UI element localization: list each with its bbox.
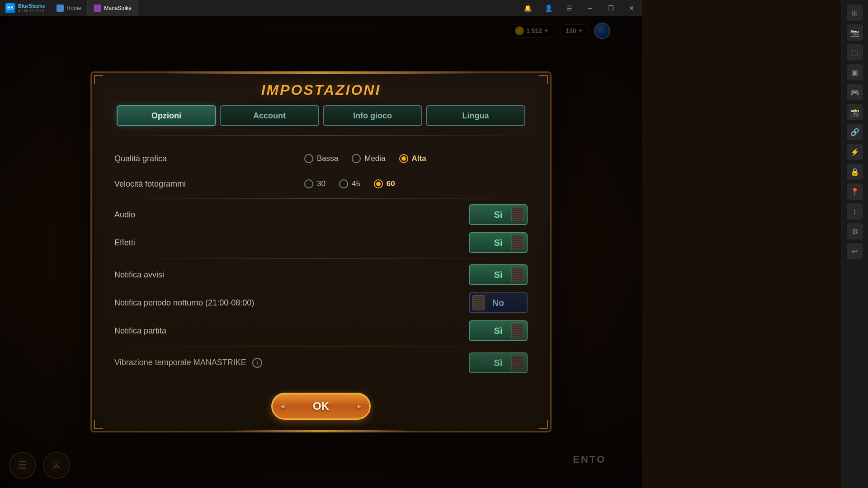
fps-30-option[interactable]: 30 [304,179,326,188]
right-sidebar: ⊞ 📷 ⬚ ▣ 🎮 📸 🔗 ⚡ 🔒 📍 ↕ ⚙ ↩ [841,0,868,488]
separator-3 [114,347,528,347]
dialog-title: IMPOSTAZIONI [261,82,381,98]
sidebar-tool-10[interactable]: 📍 [847,183,863,200]
effects-row: Effetti Sì [114,229,528,257]
vibration-value: Sì [494,358,503,368]
tab-account[interactable]: Account [220,105,319,126]
audio-toggle[interactable]: Sì [469,204,528,225]
bs-app-name: BlueStacks [18,3,45,9]
tab-lingua-label: Lingua [462,111,489,121]
bluestacks-logo: BS BlueStacks 4.160.10.1119 [0,3,50,13]
frame-rate-row: Velocità fotogrammi 30 45 60 [114,171,528,197]
fps-30-radio[interactable] [304,179,313,188]
sidebar-tool-4[interactable]: ▣ [847,64,863,80]
fps-45-option[interactable]: 45 [339,179,360,188]
close-btn[interactable]: ✕ [621,0,642,16]
minimize-btn[interactable]: ─ [580,0,600,16]
frame-rate-controls: 30 45 60 [304,179,528,188]
vibration-controls: Sì [304,352,528,373]
separator-2 [114,258,528,259]
effects-toggle-value: Sì [494,238,503,248]
fps-60-radio[interactable] [374,179,383,188]
dialog-content: Qualità grafica Bassa Media Alta [92,139,550,384]
graphics-alta-label: Alta [412,154,426,163]
notify-night-toggle[interactable]: No [469,292,528,313]
notify-night-value: No [492,298,505,308]
audio-label: Audio [114,210,304,220]
home-tab-label: Home [66,5,81,11]
vibration-toggle[interactable]: Sì [469,352,528,373]
dialog-divider-top [105,135,537,136]
titlebar: BS BlueStacks 4.160.10.1119 Home ManaStr… [0,0,642,16]
sidebar-tool-6[interactable]: 📸 [847,104,863,120]
bs-app-icon: BS [5,3,15,13]
restore-btn[interactable]: ❐ [600,0,621,16]
graphics-bassa-label: Bassa [317,154,338,163]
notify-match-value: Sì [494,326,503,336]
audio-slider-icon [511,207,524,222]
graphics-bassa-radio[interactable] [304,154,313,163]
graphics-media-option[interactable]: Media [352,154,385,163]
sidebar-tool-8[interactable]: ⚡ [847,144,863,160]
sidebar-tool-3[interactable]: ⬚ [847,44,863,61]
notify-match-row: Notifica partita Sì [114,317,528,345]
audio-toggle-value: Sì [494,210,503,220]
fps-45-label: 45 [352,179,360,188]
fps-45-radio[interactable] [339,179,348,188]
notify-alerts-row: Notifica avvisi Sì [114,261,528,289]
ok-button[interactable]: OK [271,393,371,420]
corner-bl [94,420,103,429]
fps-60-label: 60 [387,179,395,188]
graphics-alta-option[interactable]: Alta [399,154,426,163]
graphics-quality-row: Qualità grafica Bassa Media Alta [114,146,528,171]
fps-60-option[interactable]: 60 [374,179,395,188]
ok-button-label: OK [313,400,329,413]
sidebar-tool-5[interactable]: 🎮 [847,84,863,100]
titlebar-tab-game[interactable]: ManaStrike [88,0,138,16]
game-tab-icon [94,5,101,12]
sidebar-tool-12[interactable]: ⚙ [847,223,863,239]
notifications-btn[interactable]: 🔔 [517,0,538,16]
graphics-bassa-option[interactable]: Bassa [304,154,338,163]
account-btn[interactable]: 👤 [538,0,559,16]
corner-br [539,420,548,429]
sidebar-tool-11[interactable]: ↕ [847,203,863,220]
fps-30-label: 30 [317,179,326,188]
game-tab-label: ManaStrike [104,5,132,11]
home-tab-icon [57,5,64,12]
settings-tab-bar: Opzioni Account Info gioco Lingua [92,105,550,135]
effects-label: Effetti [114,238,304,248]
notify-match-toggle[interactable]: Sì [469,320,528,341]
graphics-quality-label: Qualità grafica [114,154,304,164]
graphics-alta-radio[interactable] [399,154,408,163]
tab-opzioni[interactable]: Opzioni [117,105,216,126]
menu-btn[interactable]: ☰ [559,0,580,16]
graphics-quality-controls: Bassa Media Alta [304,154,528,163]
sidebar-tool-13[interactable]: ↩ [847,243,863,259]
notify-match-label: Notifica partita [114,326,304,336]
notify-night-row: Notifica periodo notturno (21:00-08:00) … [114,289,528,317]
graphics-media-label: Media [364,154,385,163]
dialog-title-area: IMPOSTAZIONI [92,73,550,105]
sidebar-tool-1[interactable]: ⊞ [847,5,863,21]
tab-opzioni-label: Opzioni [151,111,181,121]
notify-night-label: Notifica periodo notturno (21:00-08:00) [114,298,304,308]
graphics-media-radio[interactable] [352,154,361,163]
sidebar-tool-9[interactable]: 🔒 [847,164,863,180]
game-area: 1 512 + 100 + ENTO ☰ ⚔ IMPOSTAZIONI [0,16,642,488]
tab-lingua[interactable]: Lingua [426,105,525,126]
notify-night-controls: No [304,292,528,313]
separator-1 [114,198,528,199]
notify-alerts-slider [511,267,524,282]
sidebar-tool-2[interactable]: 📷 [847,24,863,41]
frame-rate-label: Velocità fotogrammi [114,179,304,189]
titlebar-tab-home[interactable]: Home [50,0,88,16]
notify-alerts-toggle[interactable]: Sì [469,264,528,285]
tab-info-gioco[interactable]: Info gioco [323,105,422,126]
notify-alerts-label: Notifica avvisi [114,270,304,280]
settings-dialog: IMPOSTAZIONI Opzioni Account Info gioco … [90,71,552,432]
vibration-info-icon[interactable]: i [252,358,262,368]
sidebar-tool-7[interactable]: 🔗 [847,124,863,140]
effects-toggle[interactable]: Sì [469,232,528,253]
bs-version: 4.160.10.1119 [18,9,45,13]
